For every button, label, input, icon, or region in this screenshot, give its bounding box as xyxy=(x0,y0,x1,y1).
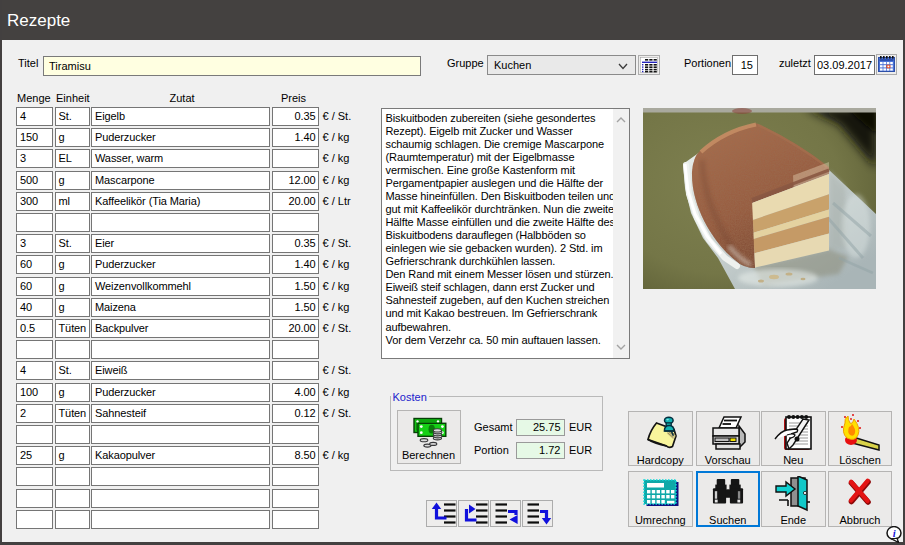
svg-text:i: i xyxy=(893,528,896,539)
